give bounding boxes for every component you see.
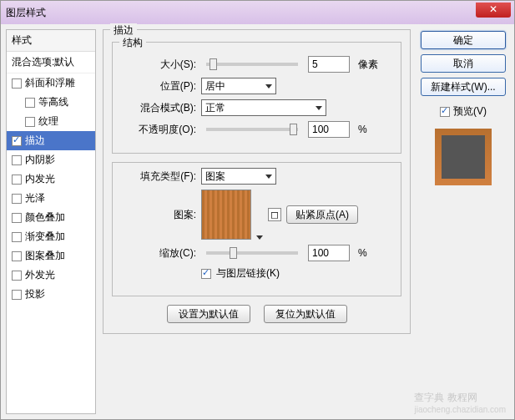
scale-input[interactable] [308,245,350,261]
size-slider[interactable] [206,63,298,66]
snap-origin-button[interactable]: 贴紧原点(A) [286,205,358,224]
structure-group: 结构 大小(S): 像素 位置(P): 居中 [112,42,401,154]
style-checkbox[interactable] [12,271,22,281]
style-item-label: 图案叠加 [25,249,65,263]
blend-mode-select[interactable]: 正常 [201,99,326,116]
style-item[interactable]: 内发光 [7,170,95,189]
opacity-unit: % [358,124,367,135]
style-checkbox[interactable] [12,290,22,300]
style-item[interactable]: 颜色叠加 [7,208,95,227]
style-item-label: 外发光 [25,268,55,282]
layer-style-dialog: 图层样式 ✕ 样式 混合选项:默认 斜面和浮雕等高线纹理描边内阴影内发光光泽颜色… [0,0,515,420]
chevron-down-icon [265,175,272,179]
style-item-label: 颜色叠加 [25,210,65,225]
preview-checkbox[interactable] [440,107,450,117]
style-item[interactable]: 描边 [7,131,95,150]
style-item-label: 光泽 [25,191,45,205]
style-item[interactable]: 外发光 [7,266,95,285]
ok-button[interactable]: 确定 [421,31,506,49]
style-item[interactable]: 纹理 [7,112,95,131]
style-checkbox[interactable] [12,175,22,185]
style-item[interactable]: 光泽 [7,189,95,208]
style-checkbox[interactable] [25,117,35,127]
chevron-down-icon [316,106,322,110]
style-item[interactable]: 内阴影 [7,150,95,170]
cancel-button[interactable]: 取消 [421,54,506,73]
close-button[interactable]: ✕ [476,3,511,18]
style-item-label: 描边 [25,134,45,148]
pattern-swatch[interactable] [201,190,251,240]
fill-group: 填充类型(F): 图案 图案: ◻ 贴紧原点(A) [112,162,401,296]
preview-thumbnail [435,129,492,185]
new-style-button[interactable]: 新建样式(W)... [421,78,506,96]
size-label: 大小(S): [121,58,196,72]
fill-type-select[interactable]: 图案 [201,168,276,185]
style-checkbox[interactable] [12,78,22,89]
pattern-label: 图案: [121,208,196,222]
scale-label: 缩放(C): [121,246,196,261]
new-pattern-button[interactable]: ◻ [268,208,281,221]
window-title: 图层样式 [6,6,46,20]
style-item-label: 等高线 [38,95,68,109]
preview-label: 预览(V) [453,104,487,119]
opacity-label: 不透明度(O): [121,123,196,137]
options-panel: 描边 结构 大小(S): 像素 位置(P): 居中 [103,29,411,414]
style-item[interactable]: 渐变叠加 [7,227,95,246]
blend-mode-label: 混合模式(B): [121,101,196,115]
styles-list: 样式 混合选项:默认 斜面和浮雕等高线纹理描边内阴影内发光光泽颜色叠加渐变叠加图… [6,29,96,414]
style-item[interactable]: 斜面和浮雕 [7,73,95,93]
size-unit: 像素 [358,58,378,72]
opacity-input[interactable] [308,121,350,138]
chevron-down-icon [265,84,272,89]
style-item-label: 内发光 [25,172,55,186]
style-checkbox[interactable] [12,194,22,204]
style-item[interactable]: 图案叠加 [7,246,95,266]
style-checkbox[interactable] [12,213,22,223]
size-input[interactable] [308,56,350,73]
structure-legend: 结构 [119,36,146,50]
reset-default-button[interactable]: 复位为默认值 [264,305,347,323]
style-checkbox[interactable] [12,155,22,165]
style-checkbox[interactable] [12,136,22,146]
style-item[interactable]: 投影 [7,285,95,304]
chevron-down-icon[interactable] [256,235,263,240]
scale-slider[interactable] [206,251,298,255]
link-layer-label: 与图层链接(K) [216,266,280,281]
style-checkbox[interactable] [25,98,35,108]
style-item-label: 渐变叠加 [25,230,65,244]
style-item-label: 内阴影 [25,153,55,167]
opacity-slider[interactable] [206,128,298,131]
fill-type-label: 填充类型(F): [121,170,196,184]
style-item-label: 投影 [25,287,45,301]
style-checkbox[interactable] [12,232,22,242]
link-layer-checkbox[interactable] [201,269,211,279]
right-panel: 确定 取消 新建样式(W)... 预览(V) [417,29,509,414]
style-item[interactable]: 等高线 [7,93,95,112]
position-label: 位置(P): [121,79,196,94]
style-item-label: 纹理 [38,114,58,129]
set-default-button[interactable]: 设置为默认值 [167,305,250,323]
stroke-group: 描边 结构 大小(S): 像素 位置(P): 居中 [103,29,411,334]
style-checkbox[interactable] [12,251,22,261]
style-item-label: 斜面和浮雕 [25,76,75,90]
blending-options-item[interactable]: 混合选项:默认 [7,52,95,73]
styles-header: 样式 [7,30,95,52]
position-select[interactable]: 居中 [201,78,276,94]
titlebar[interactable]: 图层样式 ✕ [1,1,514,24]
scale-unit: % [358,247,367,259]
